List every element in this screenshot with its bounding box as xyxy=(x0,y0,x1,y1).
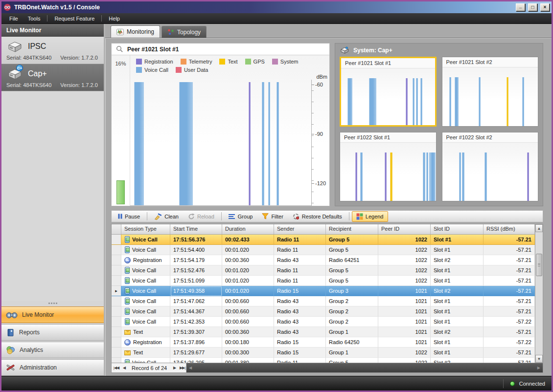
session-type-icon xyxy=(125,287,130,294)
column-header[interactable]: Start Time xyxy=(170,224,222,234)
system-box-icon xyxy=(340,46,349,54)
menu-help[interactable]: Help xyxy=(104,14,125,23)
column-header[interactable]: Session Type xyxy=(121,224,170,234)
scroll-right-icon[interactable]: ▶ xyxy=(537,366,540,370)
table-row[interactable]: Registration 17:51:37.896 00:00.180 Radi… xyxy=(112,337,535,348)
row-pointer xyxy=(112,337,121,348)
vertical-scrollbar[interactable]: ▲ ▼ xyxy=(535,224,543,363)
column-header[interactable]: Sender xyxy=(274,224,326,234)
binoculars-icon xyxy=(6,311,18,319)
minimize-button[interactable]: _ xyxy=(516,3,525,11)
legend-button[interactable]: Legend xyxy=(352,211,388,222)
rssi-value: -57.21 xyxy=(484,255,535,265)
reload-icon xyxy=(188,213,195,220)
horizontal-scrollbar[interactable]: ◀ ▶ xyxy=(186,363,543,372)
table-row[interactable]: Text 17:51:39.307 00:00.360 Radio 43 Gro… xyxy=(112,327,535,337)
session-type-icon xyxy=(125,318,130,325)
table-row[interactable]: Voice Call 17:51:51.099 00:01.020 Radio … xyxy=(112,276,535,286)
start-time: 17:51:49.358 xyxy=(170,286,222,296)
axis-tick: -60 xyxy=(315,82,323,87)
table-row[interactable]: Voice Call 17:51:54.400 00:01.020 Radio … xyxy=(112,245,535,255)
session-type: Voice Call xyxy=(132,298,156,304)
column-header[interactable]: Recipient xyxy=(326,224,378,234)
reload-button[interactable]: Reload xyxy=(184,211,219,222)
column-header[interactable]: Duration xyxy=(222,224,274,234)
slot-id: Slot #2 xyxy=(431,286,484,296)
system-panel: System: Cap+ Peer #1021 Slot #1 Peer # xyxy=(335,43,543,206)
session-bar xyxy=(429,152,431,201)
legend-item: Text xyxy=(219,59,237,65)
device-item[interactable]: C+ Cap+ Serial: 484TKS640 Version: 1.7.2… xyxy=(1,64,104,91)
session-bar xyxy=(276,82,279,205)
analytics-circles-icon xyxy=(6,346,15,354)
nav-reports[interactable]: Reports xyxy=(1,324,104,341)
device-version: Version: 1.7.2.0 xyxy=(60,82,97,88)
session-type: Registration xyxy=(133,339,162,345)
table-row[interactable]: Text 17:51:29.677 00:00.300 Radio 15 Gro… xyxy=(112,348,535,358)
nav-analytics[interactable]: Analytics xyxy=(1,342,104,358)
chart-legend: Registration Telemetry xyxy=(130,55,311,80)
sender: Radio 15 xyxy=(274,337,326,348)
table-row[interactable]: Voice Call 17:51:42.353 00:00.660 Radio … xyxy=(112,317,535,327)
duration: 00:00.300 xyxy=(222,348,274,358)
device-item[interactable]: IPSC Serial: 484TKS640 Version: 1.7.2.0 xyxy=(1,37,104,64)
scrollbar-thumb[interactable] xyxy=(536,254,542,276)
rssi-value: -57.21 xyxy=(484,296,535,306)
next-record-button[interactable]: ▶ xyxy=(171,366,178,370)
menu-file[interactable]: File xyxy=(4,14,23,23)
scroll-up-icon[interactable]: ▲ xyxy=(535,224,543,232)
last-record-button[interactable]: ▶▶| xyxy=(179,366,186,370)
legend-swatch xyxy=(181,59,186,65)
row-pointer xyxy=(112,327,121,337)
table-row[interactable]: Voice Call 17:51:44.367 00:00.660 Radio … xyxy=(112,306,535,317)
nav-live-monitor[interactable]: Live Monitor xyxy=(1,306,104,323)
tab-topology[interactable]: Topology xyxy=(161,26,207,38)
sidebar-splitter[interactable] xyxy=(1,301,104,305)
record-counter: Record 6 of 24 xyxy=(128,365,170,371)
close-button[interactable]: × xyxy=(540,3,550,11)
device-serial: Serial: 484TKS640 xyxy=(6,55,51,61)
filter-button[interactable]: Filter xyxy=(257,211,287,221)
table-row[interactable]: Voice Call 17:51:52.476 00:01.020 Radio … xyxy=(112,265,535,276)
column-header[interactable]: Slot ID xyxy=(431,224,484,234)
legend-swatch xyxy=(136,67,142,73)
toolbar-separator xyxy=(221,212,222,220)
sender: Radio 11 xyxy=(274,245,326,255)
group-lines-icon xyxy=(229,214,235,219)
prev-record-button[interactable]: ◀ xyxy=(120,366,128,370)
table-row[interactable]: Voice Call 17:51:26.295 00:01.380 Radio … xyxy=(112,358,535,363)
legend-swatch xyxy=(176,67,182,73)
tab-monitoring[interactable]: Monitoring xyxy=(111,25,160,38)
menu-separator xyxy=(101,15,102,22)
nav-administration[interactable]: Administration xyxy=(1,359,104,376)
table-row[interactable]: Voice Call 17:51:47.062 00:00.660 Radio … xyxy=(112,296,535,306)
table-row[interactable]: Registration 17:51:54.179 00:00.360 Radi… xyxy=(112,255,535,265)
rssi-bars-plot[interactable] xyxy=(130,80,311,206)
restore-defaults-button[interactable]: Restore Defaults xyxy=(288,211,346,222)
peer-chart-card[interactable]: Peer #1021 Slot #2 xyxy=(442,57,539,127)
table-row[interactable]: ▸ Voice Call 17:51:49.358 00:01.020 Radi… xyxy=(112,286,535,296)
clean-button[interactable]: Clean xyxy=(150,211,183,222)
row-pointer xyxy=(112,348,121,358)
peer-chart-card[interactable]: Peer #1022 Slot #2 xyxy=(442,132,539,202)
peer-chart-card[interactable]: Peer #1022 Slot #1 xyxy=(340,132,437,202)
scroll-left-icon[interactable]: ◀ xyxy=(189,366,192,370)
column-header[interactable]: RSSI (dBm) xyxy=(484,224,535,234)
row-pointer: ▸ xyxy=(112,286,121,296)
table-row[interactable]: Voice Call 17:51:56.376 00:02.433 Radio … xyxy=(112,235,535,245)
broom-icon xyxy=(154,213,162,220)
scroll-down-icon[interactable]: ▼ xyxy=(535,355,543,363)
pause-icon xyxy=(118,214,122,219)
session-type: Registration xyxy=(133,257,162,263)
menu-tools[interactable]: Tools xyxy=(23,14,46,23)
pause-button[interactable]: Pause xyxy=(114,212,144,221)
session-type-icon xyxy=(125,298,130,305)
menu-request-feature[interactable]: Request Feature xyxy=(49,14,99,23)
peer-chart-card[interactable]: Peer #1021 Slot #1 xyxy=(340,57,437,127)
column-header[interactable]: Peer ID xyxy=(378,224,431,234)
first-record-button[interactable]: |◀◀ xyxy=(113,366,120,370)
maximize-button[interactable]: □ xyxy=(528,3,537,11)
recipient: Group 5 xyxy=(326,235,378,245)
group-button[interactable]: Group xyxy=(224,212,257,221)
legend-swatch xyxy=(245,59,251,65)
